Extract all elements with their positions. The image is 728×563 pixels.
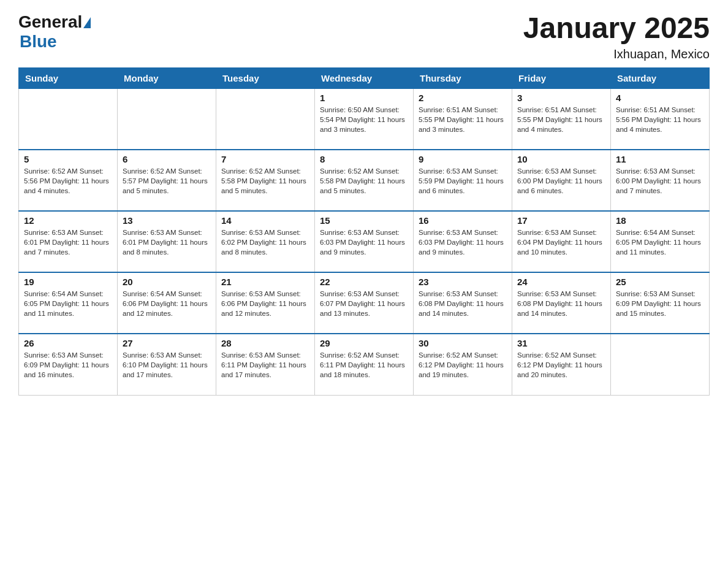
day-number: 1	[320, 93, 408, 103]
day-number: 25	[616, 277, 704, 287]
day-number: 5	[24, 154, 112, 164]
calendar-cell-w2-d3: 7Sunrise: 6:52 AM Sunset: 5:58 PM Daylig…	[216, 150, 315, 211]
calendar-cell-w3-d4: 15Sunrise: 6:53 AM Sunset: 6:03 PM Dayli…	[315, 211, 414, 272]
day-info: Sunrise: 6:53 AM Sunset: 6:00 PM Dayligh…	[517, 166, 605, 196]
day-info: Sunrise: 6:52 AM Sunset: 6:12 PM Dayligh…	[517, 350, 605, 380]
calendar-cell-w1-d2	[118, 88, 216, 150]
calendar-cell-w4-d4: 22Sunrise: 6:53 AM Sunset: 6:07 PM Dayli…	[315, 272, 414, 334]
calendar-cell-w2-d4: 8Sunrise: 6:52 AM Sunset: 5:58 PM Daylig…	[315, 150, 414, 211]
day-number: 10	[517, 154, 605, 164]
day-number: 9	[419, 154, 507, 164]
day-number: 12	[24, 215, 112, 226]
calendar-cell-w5-d6: 31Sunrise: 6:52 AM Sunset: 6:12 PM Dayli…	[512, 334, 611, 395]
calendar-cell-w4-d2: 20Sunrise: 6:54 AM Sunset: 6:06 PM Dayli…	[118, 272, 216, 334]
day-number: 30	[419, 338, 507, 348]
calendar-cell-w5-d3: 28Sunrise: 6:53 AM Sunset: 6:11 PM Dayli…	[216, 334, 315, 395]
calendar-cell-w3-d7: 18Sunrise: 6:54 AM Sunset: 6:05 PM Dayli…	[611, 211, 710, 272]
day-info: Sunrise: 6:53 AM Sunset: 6:08 PM Dayligh…	[419, 289, 507, 318]
calendar-cell-w4-d1: 19Sunrise: 6:54 AM Sunset: 6:05 PM Dayli…	[19, 272, 118, 334]
day-number: 23	[419, 277, 507, 287]
calendar-cell-w3-d2: 13Sunrise: 6:53 AM Sunset: 6:01 PM Dayli…	[118, 211, 216, 272]
calendar-header-row: Sunday Monday Tuesday Wednesday Thursday…	[19, 67, 710, 88]
day-number: 4	[616, 93, 704, 103]
day-number: 15	[320, 215, 408, 226]
calendar-cell-w5-d4: 29Sunrise: 6:52 AM Sunset: 6:11 PM Dayli…	[315, 334, 414, 395]
calendar-week-5: 26Sunrise: 6:53 AM Sunset: 6:09 PM Dayli…	[19, 334, 710, 395]
calendar-cell-w2-d1: 5Sunrise: 6:52 AM Sunset: 5:56 PM Daylig…	[19, 150, 118, 211]
day-info: Sunrise: 6:51 AM Sunset: 5:55 PM Dayligh…	[517, 105, 605, 134]
day-number: 19	[24, 277, 112, 287]
day-number: 27	[123, 338, 211, 348]
calendar-week-2: 5Sunrise: 6:52 AM Sunset: 5:56 PM Daylig…	[19, 150, 710, 211]
calendar-cell-w2-d5: 9Sunrise: 6:53 AM Sunset: 5:59 PM Daylig…	[414, 150, 512, 211]
calendar-cell-w5-d7	[611, 334, 710, 395]
calendar-cell-w1-d7: 4Sunrise: 6:51 AM Sunset: 5:56 PM Daylig…	[611, 88, 710, 150]
day-info: Sunrise: 6:53 AM Sunset: 6:02 PM Dayligh…	[221, 228, 309, 257]
day-number: 31	[517, 338, 605, 348]
calendar-cell-w5-d5: 30Sunrise: 6:52 AM Sunset: 6:12 PM Dayli…	[414, 334, 512, 395]
calendar-week-4: 19Sunrise: 6:54 AM Sunset: 6:05 PM Dayli…	[19, 272, 710, 334]
calendar-cell-w2-d6: 10Sunrise: 6:53 AM Sunset: 6:00 PM Dayli…	[512, 150, 611, 211]
calendar-week-1: 1Sunrise: 6:50 AM Sunset: 5:54 PM Daylig…	[19, 88, 710, 150]
day-number: 11	[616, 154, 704, 164]
calendar-cell-w5-d2: 27Sunrise: 6:53 AM Sunset: 6:10 PM Dayli…	[118, 334, 216, 395]
day-info: Sunrise: 6:52 AM Sunset: 6:12 PM Dayligh…	[419, 350, 507, 380]
calendar-cell-w3-d1: 12Sunrise: 6:53 AM Sunset: 6:01 PM Dayli…	[19, 211, 118, 272]
calendar-cell-w4-d3: 21Sunrise: 6:53 AM Sunset: 6:06 PM Dayli…	[216, 272, 315, 334]
day-number: 6	[123, 154, 211, 164]
calendar-cell-w3-d6: 17Sunrise: 6:53 AM Sunset: 6:04 PM Dayli…	[512, 211, 611, 272]
location-subtitle: Ixhuapan, Mexico	[523, 47, 710, 61]
day-number: 18	[616, 215, 704, 226]
day-info: Sunrise: 6:52 AM Sunset: 5:58 PM Dayligh…	[221, 166, 309, 196]
calendar-week-3: 12Sunrise: 6:53 AM Sunset: 6:01 PM Dayli…	[19, 211, 710, 272]
day-info: Sunrise: 6:52 AM Sunset: 5:58 PM Dayligh…	[320, 166, 408, 196]
calendar-cell-w5-d1: 26Sunrise: 6:53 AM Sunset: 6:09 PM Dayli…	[19, 334, 118, 395]
calendar-cell-w1-d4: 1Sunrise: 6:50 AM Sunset: 5:54 PM Daylig…	[315, 88, 414, 150]
day-info: Sunrise: 6:54 AM Sunset: 6:06 PM Dayligh…	[123, 289, 211, 318]
day-info: Sunrise: 6:52 AM Sunset: 5:56 PM Dayligh…	[24, 166, 112, 196]
title-section: January 2025 Ixhuapan, Mexico	[523, 12, 710, 61]
calendar-cell-w2-d7: 11Sunrise: 6:53 AM Sunset: 6:00 PM Dayli…	[611, 150, 710, 211]
day-number: 16	[419, 215, 507, 226]
logo-blue-text: Blue	[20, 32, 91, 52]
calendar-table: Sunday Monday Tuesday Wednesday Thursday…	[18, 67, 710, 396]
main-title: January 2025	[523, 12, 710, 45]
calendar-cell-w4-d7: 25Sunrise: 6:53 AM Sunset: 6:09 PM Dayli…	[611, 272, 710, 334]
day-info: Sunrise: 6:54 AM Sunset: 6:05 PM Dayligh…	[24, 289, 112, 318]
day-info: Sunrise: 6:52 AM Sunset: 6:11 PM Dayligh…	[320, 350, 408, 380]
day-info: Sunrise: 6:53 AM Sunset: 6:03 PM Dayligh…	[419, 228, 507, 257]
day-number: 13	[123, 215, 211, 226]
calendar-cell-w1-d5: 2Sunrise: 6:51 AM Sunset: 5:55 PM Daylig…	[414, 88, 512, 150]
day-info: Sunrise: 6:53 AM Sunset: 6:09 PM Dayligh…	[24, 350, 112, 380]
calendar-cell-w1-d3	[216, 88, 315, 150]
col-friday: Friday	[512, 67, 611, 88]
logo-general-text: General	[18, 12, 82, 32]
col-sunday: Sunday	[19, 67, 118, 88]
day-info: Sunrise: 6:53 AM Sunset: 6:10 PM Dayligh…	[123, 350, 211, 380]
day-number: 8	[320, 154, 408, 164]
logo: General Blue	[18, 12, 91, 52]
day-number: 3	[517, 93, 605, 103]
day-info: Sunrise: 6:53 AM Sunset: 6:06 PM Dayligh…	[221, 289, 309, 318]
day-info: Sunrise: 6:51 AM Sunset: 5:56 PM Dayligh…	[616, 105, 704, 134]
calendar-cell-w2-d2: 6Sunrise: 6:52 AM Sunset: 5:57 PM Daylig…	[118, 150, 216, 211]
day-number: 22	[320, 277, 408, 287]
day-info: Sunrise: 6:53 AM Sunset: 6:11 PM Dayligh…	[221, 350, 309, 380]
day-info: Sunrise: 6:50 AM Sunset: 5:54 PM Dayligh…	[320, 105, 408, 134]
day-info: Sunrise: 6:53 AM Sunset: 6:08 PM Dayligh…	[517, 289, 605, 318]
calendar-cell-w3-d5: 16Sunrise: 6:53 AM Sunset: 6:03 PM Dayli…	[414, 211, 512, 272]
col-wednesday: Wednesday	[315, 67, 414, 88]
day-number: 2	[419, 93, 507, 103]
day-number: 7	[221, 154, 309, 164]
day-number: 28	[221, 338, 309, 348]
logo-triangle-icon	[83, 17, 91, 28]
col-saturday: Saturday	[611, 67, 710, 88]
calendar-cell-w4-d6: 24Sunrise: 6:53 AM Sunset: 6:08 PM Dayli…	[512, 272, 611, 334]
day-number: 21	[221, 277, 309, 287]
day-number: 29	[320, 338, 408, 348]
day-info: Sunrise: 6:53 AM Sunset: 6:01 PM Dayligh…	[123, 228, 211, 257]
day-number: 24	[517, 277, 605, 287]
day-info: Sunrise: 6:53 AM Sunset: 5:59 PM Dayligh…	[419, 166, 507, 196]
day-info: Sunrise: 6:53 AM Sunset: 6:07 PM Dayligh…	[320, 289, 408, 318]
col-thursday: Thursday	[414, 67, 512, 88]
